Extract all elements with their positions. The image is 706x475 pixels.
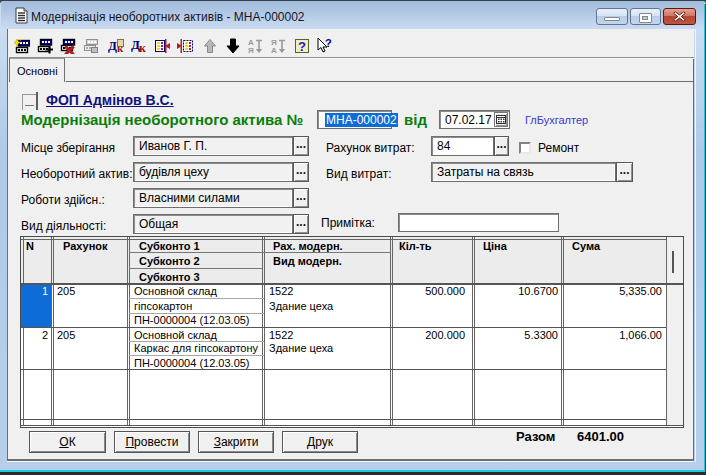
svg-text:?: ?	[298, 39, 306, 54]
svg-text:?: ?	[325, 38, 332, 49]
svg-text:А: А	[271, 46, 277, 54]
svg-text:Я: Я	[248, 46, 254, 54]
svg-text:к: к	[117, 42, 124, 54]
svg-text:к: к	[139, 41, 146, 54]
svg-text:Д: Д	[108, 38, 117, 53]
